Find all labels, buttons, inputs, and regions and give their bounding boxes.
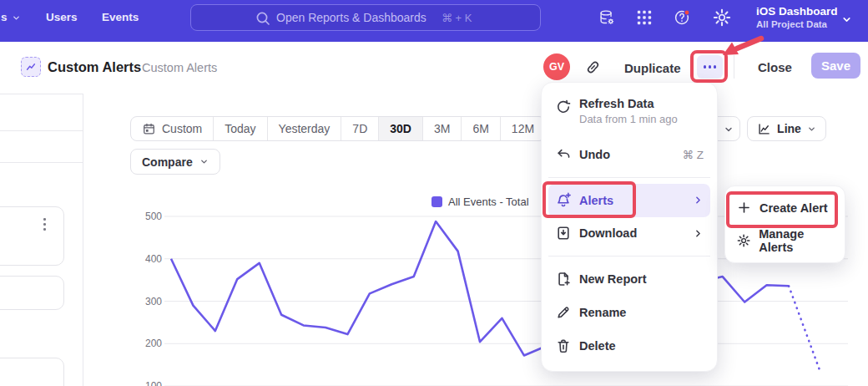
nav-item-partial[interactable]: s <box>1 11 8 23</box>
more-options-menu: Refresh Data Data from 1 min ago Undo ⌘ … <box>541 82 718 372</box>
notification-dot <box>684 10 689 15</box>
menu-separator <box>548 177 710 178</box>
legend-label: All Events - Total <box>448 196 529 208</box>
search-icon <box>255 10 271 27</box>
more-options-button[interactable] <box>697 55 723 79</box>
new-report-icon <box>555 271 572 287</box>
report-header: Custom Alerts Custom Alerts GV Duplicate… <box>0 42 868 92</box>
kebab-menu-icon[interactable] <box>43 218 46 231</box>
menu-item-new-report[interactable]: New Report <box>548 262 710 296</box>
chevron-down-icon <box>841 14 852 25</box>
range-today[interactable]: Today <box>213 117 266 140</box>
menu-item-undo[interactable]: Undo ⌘ Z <box>548 138 710 171</box>
chevron-right-icon <box>693 228 704 239</box>
submenu-item-label: Manage Alerts <box>759 227 833 254</box>
menu-item-label: Rename <box>579 306 626 319</box>
refresh-icon <box>555 99 572 115</box>
search-shortcut: ⌘ + K <box>442 12 472 24</box>
submenu-item-create-alert[interactable]: Create Alert <box>725 191 845 225</box>
insights-report-icon <box>21 57 41 77</box>
submenu-item-label: Create Alert <box>760 201 828 215</box>
search-input[interactable]: Open Reports & Dashboards ⌘ + K <box>190 4 541 31</box>
chevron-down-icon <box>12 13 21 23</box>
line-chart-icon <box>757 122 771 136</box>
top-nav: s Users Events Open Reports & Dashboards… <box>0 0 868 42</box>
menu-item-refresh-data[interactable]: Refresh Data Data from 1 min ago <box>548 91 710 138</box>
chevron-right-icon <box>693 195 704 206</box>
left-panel-divider <box>0 130 83 131</box>
submenu-item-manage-alerts[interactable]: Manage Alerts <box>725 225 845 258</box>
range-6m[interactable]: 6M <box>461 117 499 140</box>
left-panel-divider <box>0 94 83 94</box>
nav-item-users[interactable]: Users <box>46 11 78 23</box>
data-settings-icon[interactable] <box>598 8 616 27</box>
menu-item-label: Undo <box>579 148 610 161</box>
range-3m[interactable]: 3M <box>422 117 461 140</box>
menu-item-rename[interactable]: Rename <box>548 296 710 329</box>
chart-legend: All Events - Total <box>431 196 529 208</box>
settings-gear-icon[interactable] <box>713 8 731 27</box>
y-axis-tick: 300 <box>134 296 162 307</box>
y-axis-tick: 100 <box>134 380 162 386</box>
left-panel-divider <box>0 162 83 163</box>
calendar-icon <box>142 122 156 136</box>
range-12m[interactable]: 12M <box>500 117 545 140</box>
project-scope: All Project Data <box>756 18 840 30</box>
y-axis-tick: 400 <box>134 253 162 265</box>
left-panel-border <box>83 94 83 386</box>
range-yesterday[interactable]: Yesterday <box>267 117 341 140</box>
undo-icon <box>555 146 572 163</box>
breadcrumb: Custom Alerts <box>142 61 217 74</box>
apps-grid-icon[interactable] <box>635 8 654 27</box>
menu-item-label: Alerts <box>579 194 613 207</box>
menu-item-download[interactable]: Download <box>548 217 710 251</box>
chevron-down-icon <box>199 157 209 166</box>
search-placeholder: Open Reports & Dashboards <box>276 11 426 24</box>
clipped-card[interactable] <box>0 276 64 310</box>
duplicate-button[interactable]: Duplicate <box>624 61 681 75</box>
chevron-down-icon <box>724 124 734 135</box>
menu-item-label: New Report <box>579 272 647 286</box>
chevron-down-icon <box>807 124 816 134</box>
app-window: s Users Events Open Reports & Dashboards… <box>0 0 868 386</box>
menu-item-sublabel: Data from 1 min ago <box>579 113 678 125</box>
alerts-submenu: Create Alert Manage Alerts <box>724 185 845 263</box>
chart-type-button[interactable]: Line <box>747 116 826 141</box>
save-button[interactable]: Save <box>811 53 860 79</box>
legend-swatch <box>431 196 442 207</box>
plus-icon <box>737 201 751 215</box>
bell-plus-icon <box>555 192 572 209</box>
menu-item-label: Download <box>579 226 637 240</box>
menu-item-label: Refresh Data <box>579 97 678 110</box>
download-icon <box>555 225 572 241</box>
menu-item-alerts[interactable]: Alerts <box>548 184 710 217</box>
gear-icon <box>737 233 750 248</box>
menu-separator <box>548 256 710 256</box>
close-button[interactable]: Close <box>758 60 792 74</box>
menu-item-delete[interactable]: Delete <box>548 329 710 363</box>
project-switcher[interactable]: iOS Dashboard All Project Data <box>756 5 840 30</box>
trash-icon <box>555 338 572 354</box>
y-axis-tick: 200 <box>134 338 162 349</box>
y-axis-tick: 500 <box>134 211 162 222</box>
share-link-icon[interactable] <box>585 59 601 75</box>
range-custom[interactable]: Custom <box>131 117 213 140</box>
avatar[interactable]: GV <box>543 53 570 80</box>
project-name: iOS Dashboard <box>756 5 840 18</box>
date-range-control: Custom TodayYesterday7D30D3M6M12M <box>130 116 546 141</box>
clipped-card[interactable] <box>0 358 64 386</box>
header-divider <box>734 55 734 79</box>
compare-button[interactable]: Compare <box>130 149 220 175</box>
menu-item-shortcut: ⌘ Z <box>683 148 704 161</box>
range-7d[interactable]: 7D <box>341 117 378 140</box>
menu-item-label: Delete <box>579 339 616 353</box>
range-30d[interactable]: 30D <box>378 117 422 140</box>
help-icon[interactable] <box>673 8 691 27</box>
clipped-card[interactable] <box>0 206 64 266</box>
pencil-icon <box>555 304 572 321</box>
page-title: Custom Alerts <box>48 59 141 75</box>
nav-item-events[interactable]: Events <box>102 11 139 23</box>
